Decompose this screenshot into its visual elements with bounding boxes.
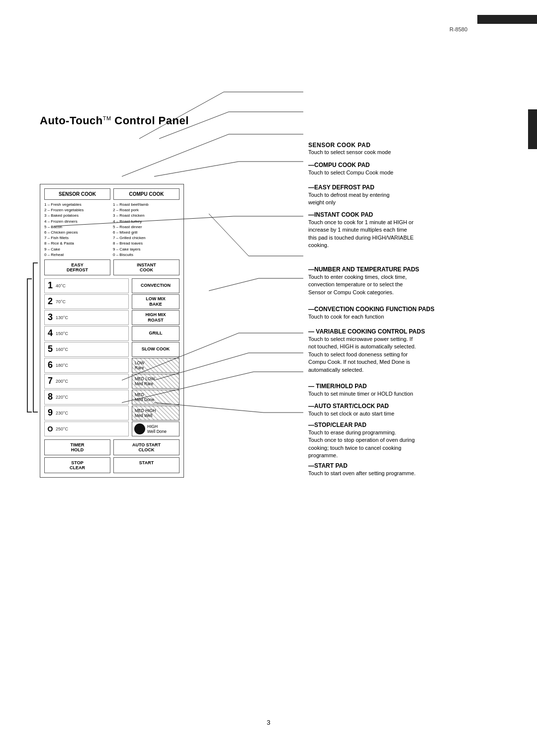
digit-1: 1 (45, 280, 56, 291)
temp-4: 150°C (56, 331, 73, 336)
food-item: 4 – Frozen dinners (44, 219, 111, 224)
food-item: 0 – Reheat (44, 252, 111, 257)
number-temp-heading: —NUMBER AND TEMPERATURE PADS (308, 266, 419, 273)
sensor-cook-button[interactable]: SENSOR COOK (44, 188, 110, 200)
med-high-button[interactable]: MED HIGHMed Well (132, 406, 179, 420)
digit-7: 7 (45, 376, 56, 386)
digit-0: O (45, 425, 56, 433)
number-row-3[interactable]: 3 130°C (44, 310, 129, 325)
start-button[interactable]: START (113, 457, 179, 473)
high-mix-roast-button[interactable]: HIGH MIXROAST (132, 310, 179, 325)
med-low-button[interactable]: MED LOWMed Rare (132, 374, 179, 389)
variable-cooking-desc: Touch to select microwave power setting.… (308, 336, 425, 374)
digit-3: 3 (45, 312, 56, 323)
compu-cook-desc: Touch to select Compu Cook mode (308, 169, 393, 176)
temp-3: 130°C (56, 315, 73, 320)
temp-2: 70°C (56, 299, 73, 304)
food-item: 4 – Roast turkey (113, 219, 179, 224)
food-item: 1 – Roast beef/lamb (113, 202, 179, 207)
svg-line-12 (209, 278, 259, 291)
food-lists: 1 – Fresh vegetables 2 – Frozen vegetabl… (44, 202, 179, 257)
food-list-left: 1 – Fresh vegetables 2 – Frozen vegetabl… (44, 202, 111, 257)
food-item: 0 – Biscuits (113, 252, 179, 257)
food-item: 3 – Baked potatoes (44, 213, 111, 218)
instant-cook-desc: Touch once to cook for 1 minute at HIGH … (308, 219, 414, 250)
title-tm: TM (103, 115, 111, 121)
convection-button[interactable]: CONVECTION (132, 278, 179, 293)
variable-cooking-label: — VARIABLE COOKING CONTROL PADS Touch to… (308, 328, 425, 374)
food-item: 5 – Bacon (44, 224, 111, 230)
top-bar-decoration (477, 15, 537, 24)
instant-cook-button[interactable]: INSTANTCOOK (113, 259, 179, 275)
food-item: 9 – Cake layers (113, 247, 179, 252)
sensor-cook-heading: SENSOR COOK PAD (308, 142, 391, 149)
number-row-6[interactable]: 6 180°C (44, 358, 129, 373)
number-row-9[interactable]: 9 230°C (44, 406, 129, 420)
digit-6: 6 (45, 360, 56, 370)
number-row-7[interactable]: 7 200°C (44, 374, 129, 389)
svg-line-10 (209, 214, 249, 256)
timer-auto-row: TIMERHOLD AUTO STARTCLOCK (44, 439, 179, 455)
stop-clear-desc: Touch to erase during programming.Touch … (308, 429, 415, 460)
number-temp-column: 1 40°C 2 70°C 3 130°C 4 (44, 278, 129, 437)
temp-5: 160°C (56, 347, 73, 352)
number-row-1[interactable]: 1 40°C (44, 278, 129, 293)
stop-start-row: STOPCLEAR START (44, 457, 179, 473)
conv-functions-column: CONVECTION LOW MIXBAKE HIGH MIXROAST GRI… (132, 278, 179, 437)
temp-9: 230°C (56, 411, 73, 416)
inner-bracket (27, 278, 32, 413)
easy-defrost-button[interactable]: EASYDEFROST (44, 259, 110, 275)
compu-cook-heading: —COMPU COOK PAD (308, 162, 393, 168)
model-number: R-8580 (449, 26, 467, 32)
auto-start-heading: —AUTO START/CLOCK PAD (308, 403, 394, 410)
food-item: 2 – Frozen vegetables (44, 207, 111, 213)
temp-8: 220°C (56, 395, 73, 400)
food-item: 8 – Bread loaves (113, 241, 179, 246)
compu-cook-label: —COMPU COOK PAD Touch to select Compu Co… (308, 162, 393, 176)
grill-button[interactable]: GRILL (132, 326, 179, 341)
food-item: 7 – Fish fillets (44, 235, 111, 241)
start-desc: Touch to start oven after setting progra… (308, 470, 416, 477)
digit-2: 2 (45, 296, 56, 307)
conv-function-label: —CONVECTION COOKING FUNCTION PADS Touch … (308, 306, 435, 321)
number-row-5[interactable]: 5 160°C (44, 342, 129, 357)
low-mix-bake-button[interactable]: LOW MIXBAKE (132, 294, 179, 309)
timer-hold-label: — TIMER/HOLD PAD Touch to set minute tim… (308, 383, 413, 398)
sensor-cook-desc: Touch to select sensor cook mode (308, 149, 391, 156)
number-row-0[interactable]: O 250°C (44, 421, 129, 436)
timer-hold-heading: — TIMER/HOLD PAD (308, 383, 413, 390)
auto-start-clock-button[interactable]: AUTO STARTCLOCK (113, 439, 179, 455)
start-heading: —START PAD (308, 462, 416, 469)
easy-defrost-desc: Touch to defrost meat by enteringweight … (308, 191, 389, 207)
med-button[interactable]: MEDMed Done (132, 390, 179, 405)
instant-cook-heading: —INSTANT COOK PAD (308, 211, 414, 218)
slow-cook-button[interactable]: SLOW COOK (132, 342, 179, 357)
temp-6: 180°C (56, 363, 73, 368)
number-row-8[interactable]: 8 220°C (44, 390, 129, 405)
food-item: 8 – Rice & Pasta (44, 241, 111, 246)
number-row-4[interactable]: 4 150°C (44, 326, 129, 341)
easy-defrost-heading: —EASY DEFROST PAD (308, 184, 389, 191)
timer-hold-button[interactable]: TIMERHOLD (44, 439, 110, 455)
title-text: Auto-Touch (40, 114, 103, 127)
top-buttons-row: SENSOR COOK COMPU COOK (44, 188, 179, 200)
defrost-instant-row: EASYDEFROST INSTANTCOOK (44, 259, 179, 275)
food-item: 2 – Roast pork (113, 207, 179, 213)
temp-0: 250°C (56, 426, 73, 431)
low-rare-button[interactable]: LOWRare (132, 358, 179, 373)
number-row-2[interactable]: 2 70°C (44, 294, 129, 309)
stop-clear-button[interactable]: STOPCLEAR (44, 457, 110, 473)
compu-cook-button[interactable]: COMPU COOK (113, 188, 179, 200)
start-label: —START PAD Touch to start oven after set… (308, 462, 416, 477)
digit-4: 4 (45, 328, 56, 338)
number-temp-desc: Touch to enter cooking times, clock time… (308, 273, 419, 296)
right-bar-decoration (528, 109, 537, 149)
food-item: 6 – Chicken pieces (44, 230, 111, 235)
high-well-done-button[interactable]: HIGHWell Done (132, 421, 179, 436)
easy-defrost-label: —EASY DEFROST PAD Touch to defrost meat … (308, 184, 389, 207)
temp-7: 200°C (56, 379, 73, 384)
svg-line-4 (122, 134, 229, 176)
temp-1: 40°C (56, 283, 73, 288)
food-item: 7 – Grilled chicken (113, 235, 179, 241)
instant-cook-label: —INSTANT COOK PAD Touch once to cook for… (308, 211, 414, 250)
